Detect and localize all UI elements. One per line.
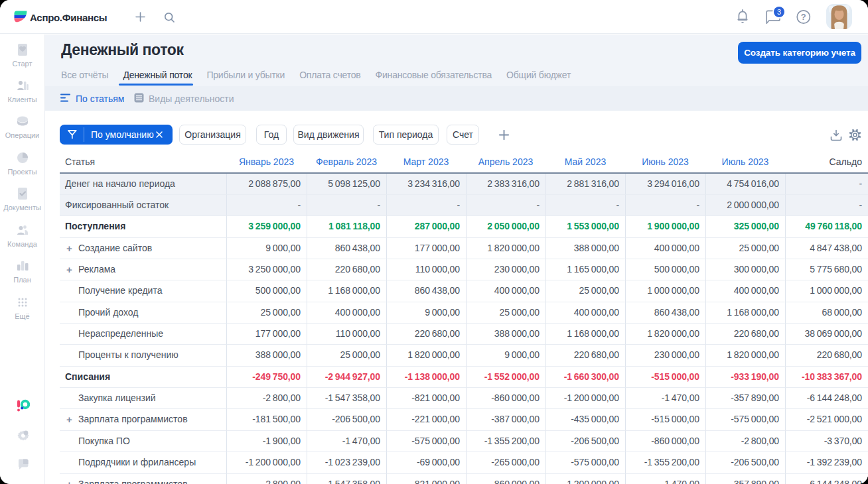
svg-text:?: ?: [801, 12, 806, 22]
